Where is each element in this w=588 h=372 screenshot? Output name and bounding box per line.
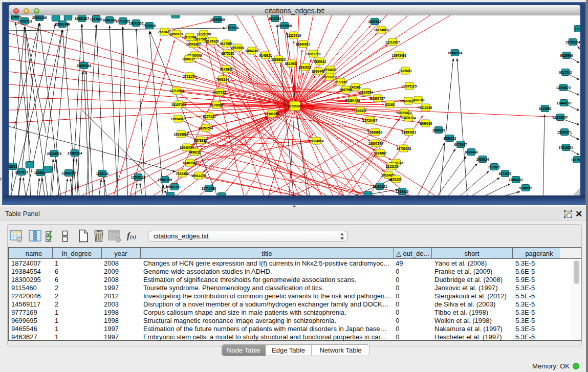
svg-text:8938923: 8938923 xyxy=(444,137,456,140)
svg-text:3822037: 3822037 xyxy=(285,62,298,65)
svg-text:1362615: 1362615 xyxy=(299,65,312,69)
svg-text:8471676: 8471676 xyxy=(499,172,512,176)
svg-text:7485003: 7485003 xyxy=(399,69,412,73)
svg-text:3915913: 3915913 xyxy=(15,170,28,174)
svg-text:16548784: 16548784 xyxy=(448,51,463,55)
svg-text:1733426: 1733426 xyxy=(396,190,409,193)
svg-text:15888520: 15888520 xyxy=(271,58,286,61)
svg-text:3824554: 3824554 xyxy=(360,91,373,94)
svg-text:8267130: 8267130 xyxy=(203,115,216,118)
svg-text:19218506: 19218506 xyxy=(277,24,292,28)
svg-text:7857224: 7857224 xyxy=(226,26,239,30)
svg-text:6794078: 6794078 xyxy=(324,68,337,72)
svg-text:10719155: 10719155 xyxy=(116,19,130,23)
svg-text:252234: 252234 xyxy=(390,178,402,181)
svg-text:16671355: 16671355 xyxy=(129,21,144,25)
svg-text:1145131: 1145131 xyxy=(96,172,109,176)
svg-text:20691406: 20691406 xyxy=(55,23,70,26)
svg-text:8813054: 8813054 xyxy=(269,17,281,20)
svg-text:9777169: 9777169 xyxy=(335,80,347,84)
svg-text:9384067: 9384067 xyxy=(374,151,387,155)
svg-text:18107563: 18107563 xyxy=(171,103,186,106)
svg-text:7955812: 7955812 xyxy=(314,60,326,63)
svg-text:18807249: 18807249 xyxy=(368,142,383,145)
svg-text:7663822: 7663822 xyxy=(158,30,171,34)
svg-text:9474444: 9474444 xyxy=(465,150,478,154)
svg-text:9245652: 9245652 xyxy=(519,186,532,190)
svg-text:12505135: 12505135 xyxy=(131,176,146,179)
svg-text:5878332: 5878332 xyxy=(194,139,207,142)
svg-text:9227342: 9227342 xyxy=(559,71,572,74)
svg-text:10807487: 10807487 xyxy=(371,97,385,100)
svg-text:15136141: 15136141 xyxy=(373,185,387,188)
svg-text:2718170: 2718170 xyxy=(183,75,196,78)
svg-text:16053809: 16053809 xyxy=(210,18,225,21)
svg-text:15751024: 15751024 xyxy=(565,40,580,44)
svg-text:18724007: 18724007 xyxy=(288,104,302,108)
svg-text:17016504: 17016504 xyxy=(559,146,574,149)
svg-text:1640953: 1640953 xyxy=(432,128,445,132)
svg-text:9329966: 9329966 xyxy=(560,54,573,57)
svg-text:2687682: 2687682 xyxy=(368,20,381,24)
svg-text:9390137: 9390137 xyxy=(183,57,195,61)
svg-text:8186328: 8186328 xyxy=(206,39,219,43)
svg-text:16154808: 16154808 xyxy=(374,28,389,32)
svg-text:19384554: 19384554 xyxy=(309,139,324,143)
svg-text:1527602: 1527602 xyxy=(90,17,103,21)
svg-text:1615172: 1615172 xyxy=(386,165,399,168)
svg-text:16914479: 16914479 xyxy=(191,174,206,178)
svg-text:10654112: 10654112 xyxy=(509,178,524,182)
svg-text:1112: 1112 xyxy=(575,27,580,31)
svg-text:20206576: 20206576 xyxy=(47,152,62,156)
svg-text:20691406: 20691406 xyxy=(32,16,47,19)
svg-text:12213967: 12213967 xyxy=(385,40,400,44)
svg-text:15720407: 15720407 xyxy=(363,119,378,122)
svg-text:16210722: 16210722 xyxy=(322,75,337,79)
svg-text:15409948: 15409948 xyxy=(183,161,198,165)
svg-text:12942737: 12942737 xyxy=(61,171,76,175)
svg-text:2967608: 2967608 xyxy=(231,46,244,50)
svg-text:9115460: 9115460 xyxy=(420,106,432,110)
svg-text:7886372: 7886372 xyxy=(354,109,367,113)
svg-text:19756928: 19756928 xyxy=(397,147,411,150)
svg-text:12444199: 12444199 xyxy=(557,101,572,105)
svg-text:8960123: 8960123 xyxy=(170,32,183,36)
svg-text:20053346: 20053346 xyxy=(77,64,92,68)
svg-text:9699695: 9699695 xyxy=(420,122,432,125)
svg-text:6479197: 6479197 xyxy=(454,143,467,146)
svg-text:1905571: 1905571 xyxy=(9,15,22,19)
svg-text:15716485: 15716485 xyxy=(202,187,216,190)
svg-text:6466160: 6466160 xyxy=(103,18,116,22)
svg-text:15692971: 15692971 xyxy=(557,130,572,134)
svg-text:13654923: 13654923 xyxy=(402,130,417,134)
svg-text:16210647: 16210647 xyxy=(553,116,568,119)
svg-text:19166827: 19166827 xyxy=(174,133,189,136)
svg-text:16640910: 16640910 xyxy=(296,42,311,46)
svg-text:12213963: 12213963 xyxy=(169,89,184,93)
svg-text:8454749: 8454749 xyxy=(246,49,258,53)
svg-text:17359914: 17359914 xyxy=(68,151,82,155)
svg-text:9498222: 9498222 xyxy=(189,150,202,154)
svg-text:12093872: 12093872 xyxy=(556,86,571,90)
svg-text:10973493: 10973493 xyxy=(392,54,407,57)
svg-text:11325419: 11325419 xyxy=(287,34,301,37)
svg-text:14353594: 14353594 xyxy=(199,126,213,130)
svg-text:10025433: 10025433 xyxy=(397,111,412,115)
svg-text:8990448: 8990448 xyxy=(312,70,325,73)
svg-text:3215955: 3215955 xyxy=(539,107,552,111)
svg-text:19055713: 19055713 xyxy=(17,19,32,23)
svg-text:18501: 18501 xyxy=(9,165,17,168)
svg-text:7903144: 7903144 xyxy=(216,78,229,81)
svg-text:9427512: 9427512 xyxy=(213,91,226,94)
svg-text:9463627: 9463627 xyxy=(402,99,415,103)
svg-text:18300295: 18300295 xyxy=(265,112,279,116)
svg-text:20364436: 20364436 xyxy=(345,99,360,102)
svg-text:16961758: 16961758 xyxy=(306,52,321,56)
svg-text:9242845: 9242845 xyxy=(220,68,233,71)
svg-text:12975125: 12975125 xyxy=(402,84,417,88)
svg-text:2935114: 2935114 xyxy=(476,158,489,161)
svg-text:9457791: 9457791 xyxy=(168,185,181,189)
svg-text:7632621: 7632621 xyxy=(488,165,501,169)
svg-text:8170065: 8170065 xyxy=(210,103,223,107)
svg-text:10688609: 10688609 xyxy=(368,130,383,134)
